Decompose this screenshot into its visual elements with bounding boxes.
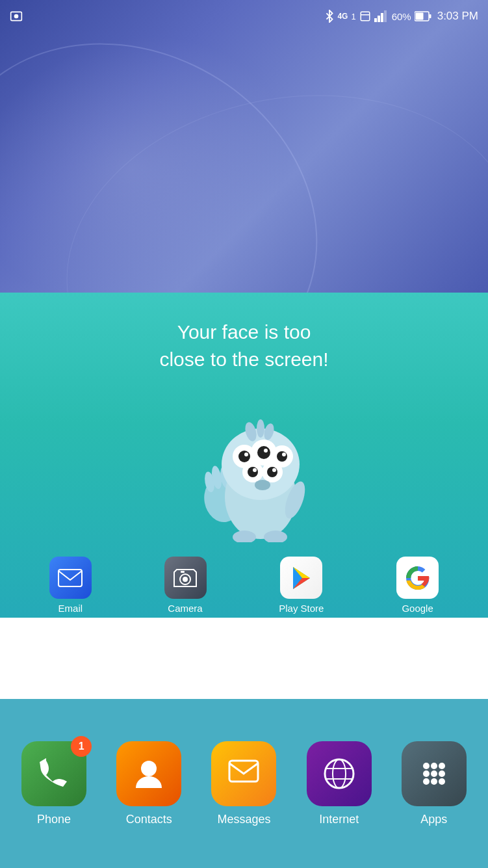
camera-shortcut-icon <box>164 557 207 599</box>
svg-rect-5 <box>378 16 380 22</box>
status-left <box>10 10 23 23</box>
dock-messages-label: Messages <box>217 813 270 826</box>
google-shortcut-icon <box>396 557 439 599</box>
bluetooth-icon <box>325 10 334 23</box>
app-shortcuts: Email Camera Play Store <box>0 553 488 618</box>
shortcut-google-label: Google <box>402 603 433 614</box>
main-dock: 1 Phone Contacts Messages <box>0 699 488 868</box>
dock-contacts-label: Contacts <box>126 813 172 826</box>
playstore-shortcut-icon <box>280 557 322 599</box>
phone-badge: 1 <box>71 736 92 757</box>
menu-icon[interactable] <box>188 667 202 677</box>
svg-point-42 <box>183 577 188 582</box>
svg-rect-2 <box>361 12 370 21</box>
svg-rect-10 <box>429 14 431 18</box>
svg-point-34 <box>253 468 257 472</box>
home-icon[interactable] <box>214 665 228 679</box>
svg-rect-9 <box>415 13 423 20</box>
svg-point-48 <box>141 761 157 776</box>
svg-point-27 <box>244 453 248 456</box>
shortcut-camera-label: Camera <box>168 603 202 614</box>
svg-point-51 <box>333 759 346 788</box>
svg-point-24 <box>238 451 250 462</box>
4g-icon: 4G <box>337 12 348 21</box>
svg-point-58 <box>431 770 437 777</box>
svg-point-54 <box>423 763 430 769</box>
shortcut-email[interactable]: Email <box>49 557 92 614</box>
screenshot2-icon <box>359 10 371 22</box>
apps-icon <box>402 741 467 806</box>
notification-message: Your face is too close to the screen! <box>159 319 328 373</box>
shortcut-camera[interactable]: Camera <box>164 557 207 614</box>
dock-messages[interactable]: Messages <box>211 741 276 826</box>
svg-point-19 <box>257 419 264 438</box>
svg-point-59 <box>439 770 445 777</box>
svg-point-28 <box>264 449 268 453</box>
shortcut-google[interactable]: Google <box>396 557 439 614</box>
svg-point-32 <box>248 467 258 477</box>
dock-phone[interactable]: 1 Phone <box>21 741 86 826</box>
contacts-icon <box>116 741 181 806</box>
signal-bars-icon <box>374 10 389 22</box>
page-dot-4[interactable] <box>294 669 301 676</box>
page-dot-3[interactable] <box>276 669 283 676</box>
svg-point-50 <box>325 759 353 788</box>
svg-point-55 <box>431 763 437 769</box>
svg-rect-40 <box>58 570 82 586</box>
battery-icon <box>415 11 431 21</box>
svg-point-26 <box>277 451 287 462</box>
shortcut-playstore[interactable]: Play Store <box>279 557 324 614</box>
status-right: 4G 1 60% 3:03 PM <box>325 10 478 23</box>
sim-icon: 1 <box>351 12 355 21</box>
dock-contacts[interactable]: Contacts <box>116 741 181 826</box>
svg-point-60 <box>423 778 430 785</box>
dock-internet-label: Internet <box>319 813 359 826</box>
svg-point-29 <box>282 453 286 456</box>
shortcut-playstore-label: Play Store <box>279 603 324 614</box>
page-dot-1[interactable] <box>240 669 246 676</box>
wallpaper-top <box>0 0 488 293</box>
status-time: 3:03 PM <box>437 10 478 23</box>
svg-point-33 <box>267 467 277 477</box>
svg-point-35 <box>272 468 276 472</box>
svg-point-56 <box>439 763 445 769</box>
svg-point-1 <box>14 14 19 19</box>
monster-illustration <box>179 399 309 542</box>
page-dots <box>0 665 488 679</box>
svg-rect-6 <box>381 13 383 22</box>
svg-rect-49 <box>229 761 258 782</box>
screenshot-icon <box>10 10 23 23</box>
internet-icon <box>307 741 372 806</box>
battery-percent: 60% <box>392 11 411 22</box>
svg-point-25 <box>257 446 270 459</box>
dock-phone-label: Phone <box>37 813 71 826</box>
status-bar: 4G 1 60% 3:03 PM <box>0 0 488 33</box>
svg-rect-7 <box>384 10 387 22</box>
email-shortcut-icon <box>49 557 92 599</box>
messages-icon <box>211 741 276 806</box>
page-dot-2[interactable] <box>258 669 264 676</box>
svg-point-36 <box>255 480 270 490</box>
svg-rect-43 <box>181 571 185 573</box>
shortcut-email-label: Email <box>58 603 83 614</box>
svg-point-61 <box>431 778 437 785</box>
phone-icon: 1 <box>21 741 86 806</box>
dock-apps[interactable]: Apps <box>402 741 467 826</box>
dock-internet[interactable]: Internet <box>307 741 372 826</box>
svg-rect-4 <box>374 18 377 22</box>
svg-point-62 <box>439 778 445 785</box>
dock-apps-label: Apps <box>420 813 447 826</box>
svg-point-57 <box>423 770 430 777</box>
